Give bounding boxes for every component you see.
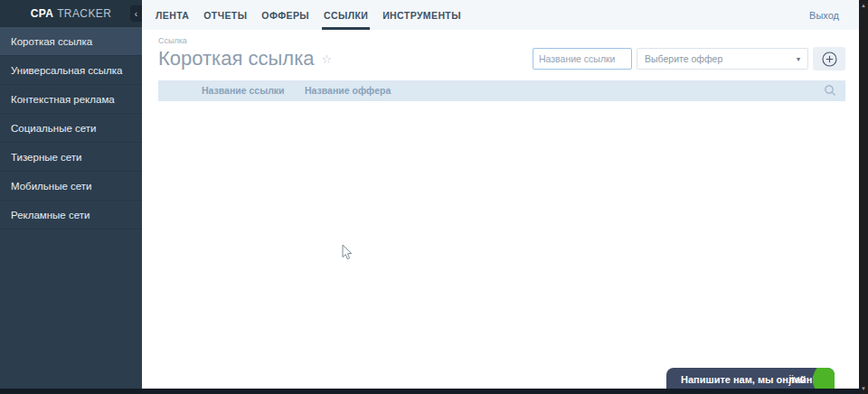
links-table-header: Название ссылки Название оффера — [158, 80, 845, 101]
app-window: CPA TRACKER ‹ Короткая ссылка Универсаль… — [0, 0, 868, 394]
breadcrumb: Ссылка — [158, 36, 332, 45]
sidebar-item-universal-link[interactable]: Универсальная ссылка — [0, 56, 142, 85]
plus-circle-icon — [822, 52, 837, 67]
tab-offers[interactable]: ОФФЕРЫ — [261, 0, 309, 30]
sidebar-item-label: Социальные сети — [11, 123, 96, 134]
offer-select-value: Выберите оффер — [645, 53, 722, 64]
sidebar-header: CPA TRACKER ‹ — [0, 0, 142, 27]
page-title: Короткая ссылка — [158, 47, 314, 70]
search-icon — [824, 84, 836, 97]
sidebar-item-context-ads[interactable]: Контекстная реклама — [0, 85, 142, 114]
favorite-star-icon[interactable]: ☆ — [321, 52, 332, 66]
sidebar-item-label: Мобильные сети — [11, 181, 91, 192]
tab-reports[interactable]: ОТЧЕТЫ — [203, 0, 247, 30]
sidebar-item-label: Рекламные сети — [11, 210, 90, 220]
create-link-controls: Выберите оффер ▾ — [533, 47, 845, 70]
sidebar-item-label: Тизерные сети — [11, 152, 82, 163]
vertical-scrollbar[interactable]: ▲ ▼ — [859, 0, 868, 394]
chevron-down-icon: ▾ — [797, 55, 800, 63]
sidebar-item-label: Короткая ссылка — [11, 36, 92, 47]
tab-feed[interactable]: ЛЕНТА — [156, 0, 189, 30]
table-search-button[interactable] — [824, 84, 836, 100]
sidebar-item-label: Универсальная ссылка — [11, 65, 123, 76]
brand-logo: CPA TRACKER — [31, 7, 112, 20]
sidebar-item-label: Контекстная реклама — [11, 94, 115, 105]
bottom-window-edge — [0, 389, 859, 394]
title-block: Ссылка Короткая ссылка ☆ — [158, 36, 332, 70]
main-content: Ссылка Короткая ссылка ☆ Выберите оффер … — [142, 30, 859, 389]
jivo-logo: jivo — [788, 373, 806, 386]
chevron-left-icon: ‹ — [135, 9, 137, 19]
link-name-input[interactable] — [533, 48, 632, 70]
column-header-link-name: Название ссылки — [202, 85, 285, 96]
sidebar-item-social-networks[interactable]: Социальные сети — [0, 114, 142, 143]
nav-tabs: ЛЕНТА ОТЧЕТЫ ОФФЕРЫ ССЫЛКИ ИНСТРУМЕНТЫ — [156, 0, 461, 30]
tab-tools[interactable]: ИНСТРУМЕНТЫ — [382, 0, 461, 30]
add-link-button[interactable] — [813, 47, 845, 70]
sidebar-item-mobile-networks[interactable]: Мобильные сети — [0, 172, 142, 201]
brand-tracker: TRACKER — [57, 7, 111, 20]
sidebar: CPA TRACKER ‹ Короткая ссылка Универсаль… — [0, 0, 142, 394]
sidebar-item-teaser-networks[interactable]: Тизерные сети — [0, 143, 142, 172]
top-navigation: ЛЕНТА ОТЧЕТЫ ОФФЕРЫ ССЫЛКИ ИНСТРУМЕНТЫ В… — [142, 0, 859, 30]
sidebar-collapse-button[interactable]: ‹ — [130, 5, 142, 22]
offer-select[interactable]: Выберите оффер ▾ — [637, 48, 808, 70]
brand-cpa: CPA — [31, 7, 54, 20]
scroll-up-arrow-icon[interactable]: ▲ — [861, 0, 866, 11]
tab-links[interactable]: ССЫЛКИ — [324, 0, 368, 30]
page-header-row: Ссылка Короткая ссылка ☆ Выберите оффер … — [158, 36, 845, 70]
logout-link[interactable]: Выход — [809, 10, 839, 21]
sidebar-item-ad-networks[interactable]: Рекламные сети — [0, 201, 142, 230]
column-header-offer-name: Название оффера — [305, 85, 391, 96]
scroll-down-arrow-icon[interactable]: ▼ — [861, 383, 866, 394]
sidebar-item-short-link[interactable]: Короткая ссылка — [0, 27, 142, 56]
